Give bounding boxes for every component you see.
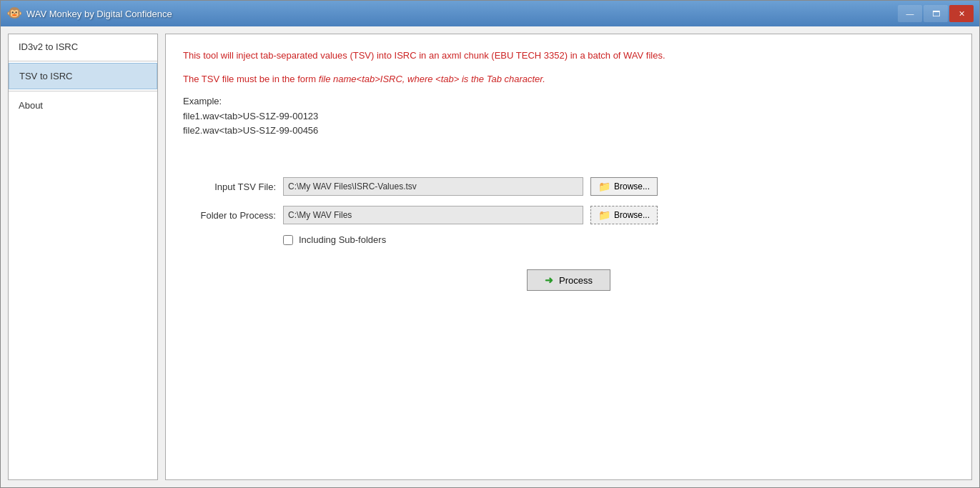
sidebar: ID3v2 to ISRC TSV to ISRC About xyxy=(8,34,158,480)
sidebar-item-id3v2-to-isrc[interactable]: ID3v2 to ISRC xyxy=(9,34,157,59)
form-section: Input TSV File: 📁 Browse... Folder to Pr… xyxy=(183,177,954,291)
minimize-button[interactable]: — xyxy=(898,5,922,22)
folder-browse-button[interactable]: 📁 Browse... xyxy=(590,206,658,224)
restore-button[interactable]: 🗖 xyxy=(924,5,948,22)
folder-input[interactable] xyxy=(283,206,583,224)
sidebar-item-about[interactable]: About xyxy=(9,93,157,118)
description-line2-prefix: The TSV file must be in the form xyxy=(183,74,319,84)
description-line2-italic: file name<tab>ISRC, where <tab> is the T… xyxy=(319,74,545,84)
description-line1: This tool will inject tab-separated valu… xyxy=(183,49,954,64)
folder-icon-tsv: 📁 xyxy=(598,181,610,192)
title-bar-controls: — 🗖 ✕ xyxy=(898,5,974,22)
title-bar: 🐵 WAV Monkey by Digital Confidence — 🗖 ✕ xyxy=(1,1,979,26)
app-icon: 🐵 xyxy=(6,6,21,21)
main-content: ID3v2 to ISRC TSV to ISRC About This too… xyxy=(1,26,979,487)
checkbox-row: Including Sub-folders xyxy=(283,234,954,245)
folder-icon-folder: 📁 xyxy=(598,209,610,221)
example-line2: file2.wav<tab>US-S1Z-99-00456 xyxy=(183,124,954,139)
close-button[interactable]: ✕ xyxy=(949,5,974,22)
sidebar-item-tsv-to-isrc[interactable]: TSV to ISRC xyxy=(9,63,157,89)
tsv-file-label: Input TSV File: xyxy=(183,181,276,192)
subfolders-checkbox[interactable] xyxy=(283,235,293,245)
sidebar-divider-2 xyxy=(9,91,157,91)
example-line1: file1.wav<tab>US-S1Z-99-00123 xyxy=(183,109,954,124)
title-bar-left: 🐵 WAV Monkey by Digital Confidence xyxy=(6,6,172,21)
tsv-file-row: Input TSV File: 📁 Browse... xyxy=(183,177,954,196)
folder-label: Folder to Process: xyxy=(183,210,276,221)
example-label: Example: xyxy=(183,96,954,106)
window-title: WAV Monkey by Digital Confidence xyxy=(26,9,172,19)
folder-browse-label: Browse... xyxy=(614,210,650,220)
subfolders-label: Including Sub-folders xyxy=(299,234,386,245)
process-btn-row: ➜ Process xyxy=(183,269,954,291)
folder-row: Folder to Process: 📁 Browse... xyxy=(183,206,954,224)
process-label: Process xyxy=(559,275,593,286)
sidebar-divider-1 xyxy=(9,61,157,61)
right-panel: This tool will inject tab-separated valu… xyxy=(165,34,972,480)
process-button[interactable]: ➜ Process xyxy=(527,269,610,291)
tsv-browse-button[interactable]: 📁 Browse... xyxy=(590,177,658,196)
tsv-file-input[interactable] xyxy=(283,177,583,196)
example-section: Example: file1.wav<tab>US-S1Z-99-00123 f… xyxy=(183,96,954,139)
description-line2: The TSV file must be in the form file na… xyxy=(183,72,954,87)
tsv-browse-label: Browse... xyxy=(614,181,650,191)
arrow-icon: ➜ xyxy=(545,274,553,286)
main-window: 🐵 WAV Monkey by Digital Confidence — 🗖 ✕… xyxy=(0,0,980,488)
